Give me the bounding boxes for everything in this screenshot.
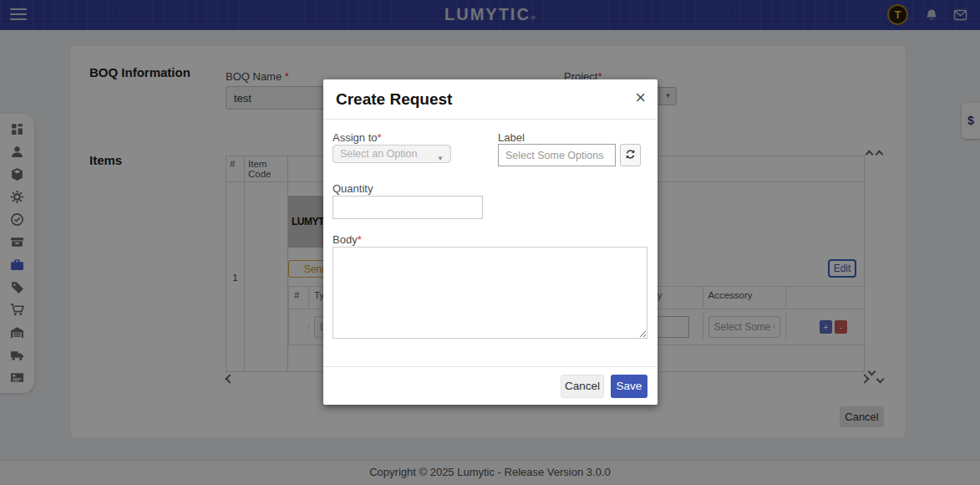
modal-footer: Cancel Save — [323, 366, 658, 405]
modal-title: Create Request — [336, 90, 645, 109]
quantity-input[interactable] — [333, 196, 483, 219]
cancel-button[interactable]: Cancel — [561, 375, 604, 398]
label-multiselect-input[interactable] — [498, 144, 616, 166]
label-label: Label — [498, 131, 525, 144]
quantity-label: Quantity — [333, 182, 373, 195]
body-textarea[interactable] — [333, 247, 647, 339]
close-icon[interactable]: × — [635, 87, 646, 109]
create-request-modal: Create Request × Assign to* Select an Op… — [323, 79, 658, 405]
refresh-icon — [625, 149, 636, 162]
save-button[interactable]: Save — [611, 375, 647, 398]
required-asterisk: * — [377, 131, 381, 144]
chevron-down-icon: ▼ — [437, 151, 444, 167]
assign-to-label: Assign to* — [333, 131, 382, 144]
app-root: LUMYTIC» T BOQ Information BOQ Name * P — [0, 0, 980, 485]
required-asterisk: * — [358, 233, 362, 246]
refresh-labels-button[interactable] — [620, 144, 641, 166]
assign-to-select-value: Select an Option — [340, 148, 417, 160]
assign-to-select[interactable]: Select an Option ▼ — [333, 145, 451, 163]
body-label: Body* — [333, 233, 362, 246]
modal-header: Create Request × — [323, 79, 658, 120]
